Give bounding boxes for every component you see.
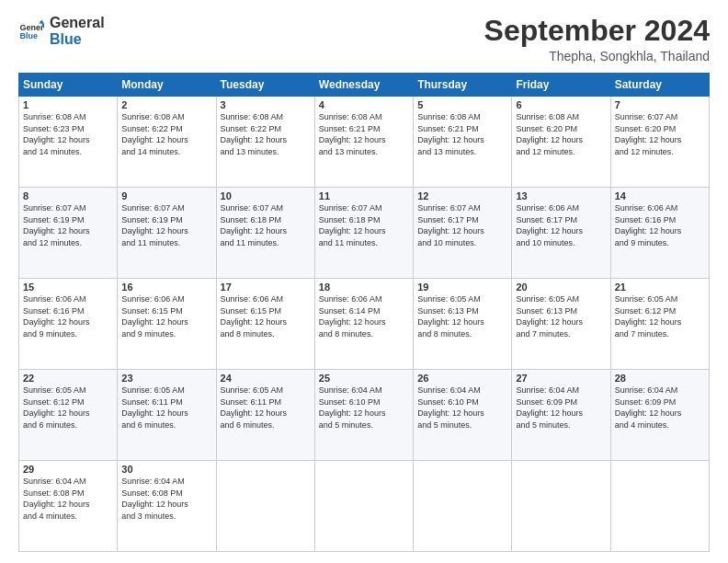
calendar-cell: 9Sunrise: 6:07 AMSunset: 6:19 PMDaylight…: [118, 188, 216, 279]
calendar-cell: 2Sunrise: 6:08 AMSunset: 6:22 PMDaylight…: [118, 97, 216, 188]
calendar-cell: 17Sunrise: 6:06 AMSunset: 6:15 PMDayligh…: [216, 279, 314, 370]
calendar-cell: 16Sunrise: 6:06 AMSunset: 6:15 PMDayligh…: [118, 279, 216, 370]
calendar-cell: [610, 461, 709, 552]
calendar-cell: [512, 461, 610, 552]
calendar-cell: 7Sunrise: 6:07 AMSunset: 6:20 PMDaylight…: [610, 97, 709, 188]
day-number: 13: [516, 190, 606, 201]
day-info: Sunrise: 6:06 AMSunset: 6:15 PMDaylight:…: [221, 294, 288, 339]
day-info: Sunrise: 6:05 AMSunset: 6:13 PMDaylight:…: [417, 294, 484, 339]
calendar-cell: 24Sunrise: 6:05 AMSunset: 6:11 PMDayligh…: [216, 370, 314, 461]
calendar-cell: 21Sunrise: 6:05 AMSunset: 6:12 PMDayligh…: [610, 279, 709, 370]
page: General Blue General Blue September 2024…: [0, 0, 728, 563]
calendar-cell: [414, 461, 512, 552]
day-number: 14: [615, 190, 705, 201]
day-info: Sunrise: 6:07 AMSunset: 6:18 PMDaylight:…: [221, 203, 288, 247]
calendar-cell: 12Sunrise: 6:07 AMSunset: 6:17 PMDayligh…: [414, 188, 512, 279]
day-number: 12: [417, 190, 507, 201]
day-number: 3: [221, 99, 311, 110]
logo-line1: General: [50, 15, 105, 31]
day-info: Sunrise: 6:08 AMSunset: 6:22 PMDaylight:…: [221, 112, 288, 156]
day-info: Sunrise: 6:06 AMSunset: 6:17 PMDaylight:…: [516, 203, 583, 247]
calendar-cell: 23Sunrise: 6:05 AMSunset: 6:11 PMDayligh…: [118, 370, 216, 461]
calendar-cell: 19Sunrise: 6:05 AMSunset: 6:13 PMDayligh…: [414, 279, 512, 370]
calendar-cell: 4Sunrise: 6:08 AMSunset: 6:21 PMDaylight…: [314, 97, 413, 188]
calendar-cell: 26Sunrise: 6:04 AMSunset: 6:10 PMDayligh…: [414, 370, 512, 461]
day-number: 7: [615, 99, 705, 110]
calendar-cell: 3Sunrise: 6:08 AMSunset: 6:22 PMDaylight…: [216, 97, 314, 188]
day-info: Sunrise: 6:05 AMSunset: 6:12 PMDaylight:…: [615, 294, 682, 339]
svg-marker-2: [39, 19, 44, 23]
day-number: 5: [417, 99, 507, 110]
day-info: Sunrise: 6:06 AMSunset: 6:14 PMDaylight:…: [319, 294, 386, 339]
calendar-cell: 14Sunrise: 6:06 AMSunset: 6:16 PMDayligh…: [610, 188, 709, 279]
calendar-cell: 11Sunrise: 6:07 AMSunset: 6:18 PMDayligh…: [314, 188, 413, 279]
day-info: Sunrise: 6:08 AMSunset: 6:20 PMDaylight:…: [516, 112, 583, 156]
day-info: Sunrise: 6:07 AMSunset: 6:19 PMDaylight:…: [121, 203, 188, 247]
week-row-3: 15Sunrise: 6:06 AMSunset: 6:16 PMDayligh…: [19, 279, 710, 370]
day-number: 18: [319, 282, 409, 293]
col-wednesday: Wednesday: [314, 74, 413, 97]
day-number: 8: [23, 190, 113, 201]
calendar-cell: 13Sunrise: 6:06 AMSunset: 6:17 PMDayligh…: [512, 188, 610, 279]
header-row: Sunday Monday Tuesday Wednesday Thursday…: [19, 74, 710, 97]
day-info: Sunrise: 6:08 AMSunset: 6:21 PMDaylight:…: [417, 112, 484, 156]
calendar-cell: 6Sunrise: 6:08 AMSunset: 6:20 PMDaylight…: [512, 97, 610, 188]
day-info: Sunrise: 6:08 AMSunset: 6:22 PMDaylight:…: [121, 112, 188, 156]
day-info: Sunrise: 6:06 AMSunset: 6:16 PMDaylight:…: [615, 203, 682, 247]
svg-text:General: General: [19, 22, 44, 31]
day-info: Sunrise: 6:04 AMSunset: 6:09 PMDaylight:…: [516, 385, 583, 430]
day-number: 25: [319, 373, 409, 384]
day-number: 21: [615, 282, 705, 293]
logo: General Blue General Blue: [18, 15, 105, 47]
week-row-2: 8Sunrise: 6:07 AMSunset: 6:19 PMDaylight…: [19, 188, 710, 279]
day-number: 24: [221, 373, 311, 384]
logo-line2: Blue: [50, 31, 105, 48]
col-sunday: Sunday: [19, 74, 118, 97]
day-number: 1: [23, 99, 113, 110]
day-info: Sunrise: 6:07 AMSunset: 6:17 PMDaylight:…: [417, 203, 484, 247]
day-info: Sunrise: 6:07 AMSunset: 6:20 PMDaylight:…: [615, 112, 682, 156]
week-row-4: 22Sunrise: 6:05 AMSunset: 6:12 PMDayligh…: [19, 370, 710, 461]
week-row-5: 29Sunrise: 6:04 AMSunset: 6:08 PMDayligh…: [19, 461, 710, 552]
calendar-table: Sunday Monday Tuesday Wednesday Thursday…: [18, 73, 710, 552]
week-row-1: 1Sunrise: 6:08 AMSunset: 6:23 PMDaylight…: [19, 97, 710, 188]
col-monday: Monday: [118, 74, 216, 97]
calendar-cell: 29Sunrise: 6:04 AMSunset: 6:08 PMDayligh…: [19, 461, 118, 552]
day-number: 30: [121, 464, 211, 475]
calendar-cell: 25Sunrise: 6:04 AMSunset: 6:10 PMDayligh…: [314, 370, 413, 461]
day-info: Sunrise: 6:04 AMSunset: 6:08 PMDaylight:…: [121, 477, 188, 521]
calendar-cell: 1Sunrise: 6:08 AMSunset: 6:23 PMDaylight…: [19, 97, 118, 188]
calendar-cell: 20Sunrise: 6:05 AMSunset: 6:13 PMDayligh…: [512, 279, 610, 370]
col-saturday: Saturday: [610, 74, 709, 97]
calendar-cell: 15Sunrise: 6:06 AMSunset: 6:16 PMDayligh…: [19, 279, 118, 370]
calendar-cell: 18Sunrise: 6:06 AMSunset: 6:14 PMDayligh…: [314, 279, 413, 370]
day-info: Sunrise: 6:07 AMSunset: 6:19 PMDaylight:…: [23, 203, 90, 247]
day-number: 20: [516, 282, 606, 293]
day-info: Sunrise: 6:04 AMSunset: 6:10 PMDaylight:…: [417, 385, 484, 430]
day-info: Sunrise: 6:05 AMSunset: 6:12 PMDaylight:…: [23, 385, 90, 430]
svg-text:Blue: Blue: [19, 31, 38, 40]
calendar-cell: 10Sunrise: 6:07 AMSunset: 6:18 PMDayligh…: [216, 188, 314, 279]
day-number: 26: [417, 373, 507, 384]
day-info: Sunrise: 6:06 AMSunset: 6:15 PMDaylight:…: [121, 294, 188, 339]
col-friday: Friday: [512, 74, 610, 97]
calendar-cell: 28Sunrise: 6:04 AMSunset: 6:09 PMDayligh…: [610, 370, 709, 461]
calendar-cell: 5Sunrise: 6:08 AMSunset: 6:21 PMDaylight…: [414, 97, 512, 188]
day-number: 19: [417, 282, 507, 293]
day-info: Sunrise: 6:04 AMSunset: 6:10 PMDaylight:…: [319, 385, 386, 430]
calendar-cell: 8Sunrise: 6:07 AMSunset: 6:19 PMDaylight…: [19, 188, 118, 279]
day-info: Sunrise: 6:05 AMSunset: 6:11 PMDaylight:…: [221, 385, 288, 430]
month-title: September 2024: [484, 15, 710, 47]
day-info: Sunrise: 6:04 AMSunset: 6:08 PMDaylight:…: [23, 477, 90, 521]
calendar-cell: [314, 461, 413, 552]
day-info: Sunrise: 6:04 AMSunset: 6:09 PMDaylight:…: [615, 385, 682, 430]
day-info: Sunrise: 6:08 AMSunset: 6:23 PMDaylight:…: [23, 112, 90, 156]
day-number: 23: [121, 373, 211, 384]
day-number: 16: [121, 282, 211, 293]
day-info: Sunrise: 6:08 AMSunset: 6:21 PMDaylight:…: [319, 112, 386, 156]
day-number: 6: [516, 99, 606, 110]
calendar-cell: 27Sunrise: 6:04 AMSunset: 6:09 PMDayligh…: [512, 370, 610, 461]
day-number: 28: [615, 373, 705, 384]
day-info: Sunrise: 6:05 AMSunset: 6:13 PMDaylight:…: [516, 294, 583, 339]
day-info: Sunrise: 6:06 AMSunset: 6:16 PMDaylight:…: [23, 294, 90, 339]
